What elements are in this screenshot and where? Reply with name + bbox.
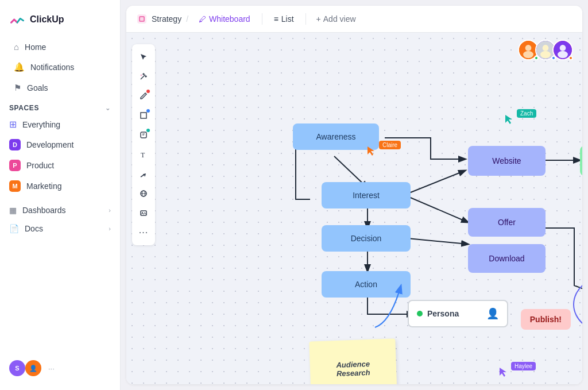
cursor-zach-label: Zach: [517, 109, 536, 118]
image-tool[interactable]: [136, 205, 152, 221]
globe-icon: [140, 190, 148, 198]
add-view-label: Add view: [323, 14, 356, 24]
arrow-icon: [140, 170, 148, 178]
sidebar: ClickUp ⌂ Home 🔔 Notifications ⚑ Goals S…: [0, 0, 121, 390]
spaces-label: Spaces: [9, 104, 39, 112]
svg-point-24: [543, 45, 549, 51]
cursor-zach-arrow: [505, 115, 512, 124]
cursor-haylee-label: Haylee: [511, 362, 536, 370]
sidebar-home-label: Home: [25, 43, 46, 52]
svg-line-16: [408, 171, 465, 194]
docs-label: Docs: [25, 224, 43, 233]
persona-label: Persona: [427, 309, 459, 318]
sidebar-item-notifications[interactable]: 🔔 Notifications: [5, 57, 115, 77]
more-tools-dots: ···: [139, 227, 148, 238]
cursor-haylee: Haylee: [500, 368, 506, 379]
sidebar-notifications-label: Notifications: [30, 63, 74, 72]
svg-rect-2: [140, 17, 144, 21]
strategy-breadcrumb: Strategy: [136, 13, 181, 25]
node-decision[interactable]: Decision: [322, 225, 411, 252]
node-awareness[interactable]: Awareness: [293, 123, 379, 150]
canvas-toolbar: T ···: [132, 44, 155, 245]
add-view-button[interactable]: + Add view: [312, 11, 361, 26]
everything-label: Everything: [22, 120, 60, 129]
node-download[interactable]: Download: [468, 244, 546, 273]
sidebar-item-dashboards[interactable]: ▦ Dashboards ›: [0, 201, 120, 219]
cursor-zach: Zach: [505, 115, 512, 126]
pen-tool-dot: [146, 90, 150, 93]
spaces-chevron-icon[interactable]: ⌄: [105, 105, 111, 112]
persona-status-dot: [417, 311, 423, 316]
pen-tool[interactable]: [136, 88, 152, 104]
marketing-badge: M: [9, 180, 21, 192]
sidebar-item-home[interactable]: ⌂ Home: [5, 37, 115, 56]
app-name: ClickUp: [30, 14, 64, 25]
cursor-haylee-arrow: [500, 368, 506, 377]
sticky-tool[interactable]: [136, 127, 152, 143]
blog-circle-highlight: [573, 276, 582, 333]
sidebar-goals-label: Goals: [27, 83, 48, 92]
sticky-icon: [140, 131, 148, 139]
tab-whiteboard[interactable]: 🖊 Whiteboard: [193, 11, 256, 26]
node-offer[interactable]: Offer: [468, 208, 546, 237]
sidebar-item-goals[interactable]: ⚑ Goals: [5, 78, 115, 98]
strategy-icon: [136, 13, 148, 25]
node-interest[interactable]: Interest: [322, 182, 411, 208]
header-divider-2: [305, 13, 306, 25]
whiteboard-tab-icon: 🖊: [199, 15, 206, 24]
sidebar-item-marketing[interactable]: M Marketing: [0, 176, 120, 196]
select-tool[interactable]: [136, 49, 152, 65]
everything-icon: ⊞: [9, 119, 17, 130]
svg-line-18: [408, 238, 468, 244]
sidebar-item-docs[interactable]: 📄 Docs ›: [0, 219, 120, 238]
svg-rect-3: [141, 113, 146, 118]
list-tab-icon: ≡: [274, 14, 278, 24]
whiteboard-canvas[interactable]: T ···: [126, 33, 582, 384]
cursor-claire-label: Claire: [379, 141, 401, 149]
text-tool[interactable]: T: [136, 146, 152, 163]
bell-icon: 🔔: [14, 62, 25, 72]
header-separator: /: [186, 14, 188, 24]
node-persona[interactable]: Persona 👤: [408, 300, 508, 327]
cursor-claire: Claire: [368, 146, 374, 158]
svg-point-25: [540, 51, 551, 58]
svg-point-28: [558, 51, 568, 58]
main-content: Strategy / 🖊 Whiteboard ≡ List + Add vie…: [126, 6, 582, 384]
development-label: Development: [26, 140, 74, 149]
header-divider: [262, 13, 262, 25]
node-website[interactable]: Website: [468, 146, 546, 176]
sidebar-item-development[interactable]: D Development: [0, 135, 120, 155]
node-action[interactable]: Action: [322, 271, 411, 298]
magic-tool[interactable]: [136, 68, 152, 84]
persona-avatar-icon: 👤: [486, 307, 499, 320]
dashboards-label: Dashboards: [22, 206, 66, 215]
development-badge: D: [9, 139, 21, 150]
add-view-icon: +: [316, 14, 321, 24]
shape-tool-dot: [146, 109, 150, 113]
product-badge: P: [9, 160, 21, 171]
header: Strategy / 🖊 Whiteboard ≡ List + Add vie…: [126, 6, 582, 33]
sidebar-item-product[interactable]: P Product: [0, 156, 120, 175]
goals-icon: ⚑: [14, 83, 21, 93]
arrow-tool[interactable]: [136, 166, 152, 182]
clickup-logo-icon: [9, 11, 25, 28]
node-homepage[interactable]: Homepage: [580, 146, 582, 176]
node-publish[interactable]: Publish!: [521, 309, 571, 330]
footer-more[interactable]: ···: [48, 364, 55, 373]
collaborator-3-status: [568, 56, 573, 60]
logo: ClickUp: [0, 7, 120, 37]
sidebar-item-everything[interactable]: ⊞ Everything: [0, 115, 120, 134]
tab-list[interactable]: ≡ List: [268, 11, 300, 26]
shape-icon: [140, 111, 148, 119]
svg-line-17: [408, 196, 468, 222]
svg-rect-11: [141, 211, 146, 215]
globe-tool[interactable]: [136, 186, 152, 202]
more-tools[interactable]: ···: [136, 225, 152, 241]
spaces-section: Spaces ⌄: [0, 98, 120, 114]
marketing-label: Marketing: [26, 182, 61, 191]
node-audience-research[interactable]: Audience Research: [309, 338, 397, 384]
canvas-collaborators: [518, 40, 573, 60]
pen-icon: [140, 92, 148, 100]
image-icon: [140, 209, 148, 217]
shape-tool[interactable]: [136, 107, 152, 123]
